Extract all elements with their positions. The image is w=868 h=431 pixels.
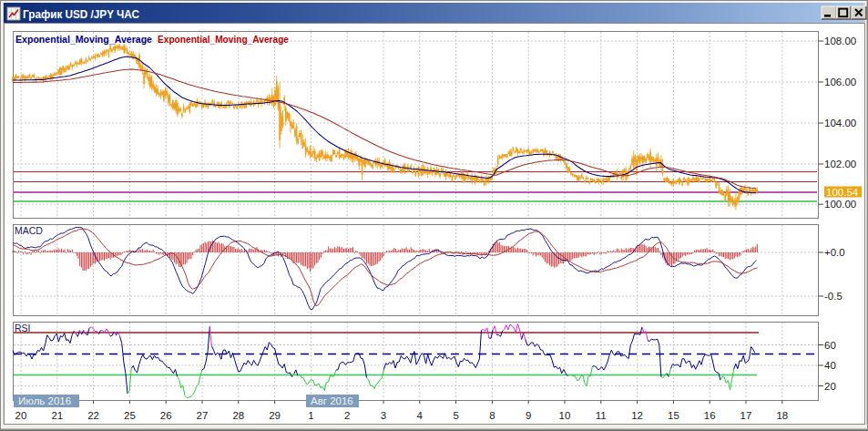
svg-text:10: 10 — [559, 410, 571, 421]
svg-text:8: 8 — [489, 410, 495, 421]
svg-text:График USD /JPY ЧАС: График USD /JPY ЧАС — [23, 8, 139, 21]
svg-text:2: 2 — [344, 410, 350, 421]
svg-text:Exponential_Moving_Average: Exponential_Moving_Average — [15, 34, 152, 45]
svg-text:29: 29 — [269, 410, 281, 421]
svg-text:12: 12 — [631, 410, 643, 421]
svg-text:108.00: 108.00 — [824, 36, 856, 46]
svg-text:60: 60 — [824, 340, 836, 351]
svg-text:18: 18 — [776, 410, 788, 421]
svg-text:5: 5 — [453, 410, 458, 421]
svg-text:9: 9 — [526, 410, 531, 421]
svg-text:104.00: 104.00 — [824, 118, 856, 128]
svg-text:16: 16 — [704, 410, 716, 421]
svg-text:100.54: 100.54 — [826, 187, 859, 198]
svg-text:Июль 2016: Июль 2016 — [18, 395, 71, 406]
svg-text:15: 15 — [668, 410, 679, 421]
svg-text:Авг 2016: Авг 2016 — [311, 395, 353, 406]
svg-text:102.00: 102.00 — [824, 159, 856, 169]
svg-text:+0.0: +0.0 — [824, 247, 845, 258]
svg-text:40: 40 — [824, 360, 836, 371]
svg-text:27: 27 — [197, 410, 209, 421]
svg-text:100.00: 100.00 — [824, 199, 856, 210]
svg-text:21: 21 — [51, 410, 63, 421]
svg-text:-0.5: -0.5 — [824, 291, 842, 302]
svg-text:20: 20 — [824, 381, 836, 392]
svg-text:Exponential_Moving_Average: Exponential_Moving_Average — [158, 34, 289, 45]
svg-text:11: 11 — [596, 410, 607, 421]
svg-text:MACD: MACD — [15, 225, 43, 236]
svg-text:20: 20 — [15, 410, 27, 421]
svg-text:4: 4 — [417, 410, 424, 421]
svg-text:17: 17 — [740, 410, 752, 421]
svg-text:1: 1 — [308, 410, 313, 421]
svg-text:22: 22 — [87, 410, 99, 421]
svg-text:3: 3 — [381, 410, 386, 421]
svg-text:RSI: RSI — [15, 323, 31, 334]
svg-text:28: 28 — [232, 410, 244, 421]
svg-text:25: 25 — [124, 410, 136, 421]
svg-text:106.00: 106.00 — [824, 77, 856, 87]
svg-text:26: 26 — [160, 410, 172, 421]
